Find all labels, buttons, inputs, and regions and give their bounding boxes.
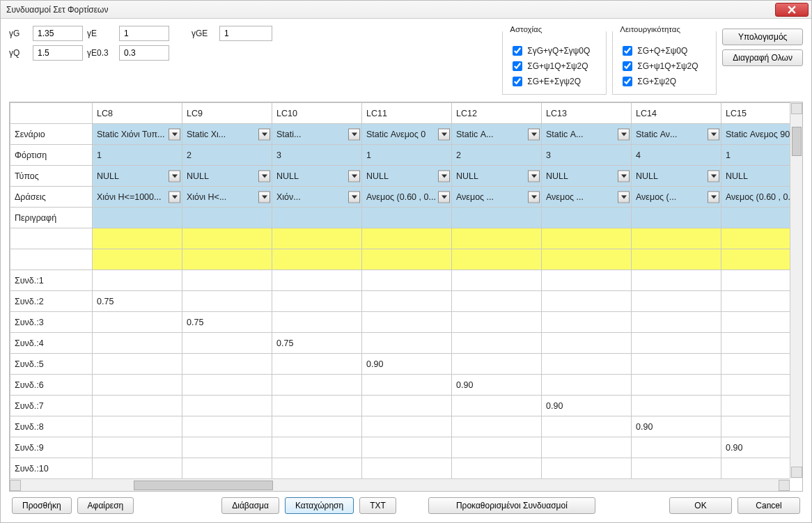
chk-failure-2[interactable] bbox=[513, 61, 522, 71]
comb-8-3[interactable] bbox=[362, 416, 452, 437]
comb-10-7[interactable] bbox=[721, 458, 790, 479]
comb-5-4[interactable] bbox=[452, 354, 542, 375]
yellow-0-7[interactable] bbox=[721, 228, 790, 249]
comb-9-1[interactable] bbox=[182, 437, 272, 458]
comb-5-6[interactable] bbox=[632, 354, 721, 375]
comb-8-0[interactable] bbox=[93, 416, 182, 437]
comb-9-6[interactable] bbox=[632, 437, 721, 458]
type-4[interactable]: NULL bbox=[452, 166, 542, 187]
comb-3-1[interactable]: 0.75 bbox=[182, 312, 272, 333]
chk-service-3[interactable] bbox=[623, 77, 632, 86]
comb-10-3[interactable] bbox=[362, 458, 452, 479]
loading-2[interactable]: 3 bbox=[272, 145, 362, 166]
col-LC8[interactable]: LC8 bbox=[93, 103, 182, 124]
comb-2-4[interactable] bbox=[452, 291, 542, 312]
comb-2-2[interactable] bbox=[272, 291, 362, 312]
add-button[interactable]: Προσθήκη bbox=[12, 497, 72, 514]
desc-5[interactable] bbox=[542, 208, 632, 228]
col-LC13[interactable]: LC13 bbox=[542, 103, 632, 124]
chevron-down-icon[interactable] bbox=[618, 170, 630, 182]
yellow-1-3[interactable] bbox=[362, 249, 452, 270]
comb-10-6[interactable] bbox=[632, 458, 721, 479]
comb-8-6[interactable]: 0.90 bbox=[632, 416, 721, 437]
comb-7-2[interactable] bbox=[272, 396, 362, 416]
comb-6-0[interactable] bbox=[93, 375, 182, 396]
comb-6-7[interactable] bbox=[721, 375, 790, 396]
scroll-left-icon[interactable] bbox=[10, 480, 21, 491]
comb-3-2[interactable] bbox=[272, 312, 362, 333]
chevron-down-icon[interactable] bbox=[169, 128, 180, 140]
comb-3-7[interactable] bbox=[721, 312, 790, 333]
comb-6-3[interactable] bbox=[362, 375, 452, 396]
comb-5-5[interactable] bbox=[542, 354, 632, 375]
comb-8-1[interactable] bbox=[182, 416, 272, 437]
comb-6-4[interactable]: 0.90 bbox=[452, 375, 542, 396]
chevron-down-icon[interactable] bbox=[348, 170, 360, 182]
chevron-down-icon[interactable] bbox=[348, 128, 360, 140]
comb-1-0[interactable] bbox=[93, 270, 182, 291]
comb-9-2[interactable] bbox=[272, 437, 362, 458]
comb-4-3[interactable] bbox=[362, 333, 452, 354]
chevron-down-icon[interactable] bbox=[438, 128, 450, 140]
comb-2-7[interactable] bbox=[721, 291, 790, 312]
comb-2-1[interactable] bbox=[182, 291, 272, 312]
register-button[interactable]: Καταχώρηση bbox=[285, 497, 354, 514]
type-5[interactable]: NULL bbox=[542, 166, 632, 187]
scroll-thumb-h[interactable] bbox=[134, 481, 273, 490]
comb-9-3[interactable] bbox=[362, 437, 452, 458]
input-gG[interactable] bbox=[33, 26, 83, 41]
comb-1-7[interactable] bbox=[721, 270, 790, 291]
chevron-down-icon[interactable] bbox=[528, 170, 540, 182]
scroll-thumb-v[interactable] bbox=[792, 127, 802, 156]
comb-6-5[interactable] bbox=[542, 375, 632, 396]
scroll-down-icon[interactable] bbox=[791, 467, 802, 478]
comb-8-5[interactable] bbox=[542, 416, 632, 437]
col-LC15[interactable]: LC15 bbox=[721, 103, 790, 124]
comb-4-5[interactable] bbox=[542, 333, 632, 354]
desc-3[interactable] bbox=[362, 208, 452, 228]
type-1[interactable]: NULL bbox=[182, 166, 272, 187]
ok-button[interactable]: OK bbox=[669, 497, 732, 514]
yellow-0-0[interactable] bbox=[93, 228, 182, 249]
type-2[interactable]: NULL bbox=[272, 166, 362, 187]
chk-failure-1[interactable] bbox=[513, 46, 522, 56]
input-gQ[interactable] bbox=[33, 45, 83, 61]
comb-1-4[interactable] bbox=[452, 270, 542, 291]
chevron-down-icon[interactable] bbox=[258, 191, 270, 203]
comb-4-2[interactable]: 0.75 bbox=[272, 333, 362, 354]
actions-6[interactable]: Ανεμος (... bbox=[632, 187, 721, 208]
type-6[interactable]: NULL bbox=[632, 166, 721, 187]
comb-5-0[interactable] bbox=[93, 354, 182, 375]
comb-1-6[interactable] bbox=[632, 270, 721, 291]
chk-service-2[interactable] bbox=[623, 61, 632, 71]
scenario-6[interactable]: Static Αν... bbox=[632, 124, 721, 145]
yellow-0-2[interactable] bbox=[272, 228, 362, 249]
comb-4-6[interactable] bbox=[632, 333, 721, 354]
yellow-0-6[interactable] bbox=[632, 228, 721, 249]
yellow-1-0[interactable] bbox=[93, 249, 182, 270]
comb-1-2[interactable] bbox=[272, 270, 362, 291]
comb-4-0[interactable] bbox=[93, 333, 182, 354]
chevron-down-icon[interactable] bbox=[528, 191, 540, 203]
remove-button[interactable]: Αφαίρεση bbox=[77, 497, 134, 514]
actions-1[interactable]: Χιόνι H<... bbox=[182, 187, 272, 208]
input-gE03[interactable] bbox=[119, 45, 169, 61]
yellow-1-1[interactable] bbox=[182, 249, 272, 270]
yellow-1-7[interactable] bbox=[721, 249, 790, 270]
desc-7[interactable] bbox=[721, 208, 790, 228]
chevron-down-icon[interactable] bbox=[618, 191, 630, 203]
loading-7[interactable]: 1 bbox=[721, 145, 790, 166]
yellow-1-6[interactable] bbox=[632, 249, 721, 270]
loading-6[interactable]: 4 bbox=[632, 145, 721, 166]
chevron-down-icon[interactable] bbox=[438, 191, 450, 203]
col-LC11[interactable]: LC11 bbox=[362, 103, 452, 124]
comb-4-7[interactable] bbox=[721, 333, 790, 354]
scenario-4[interactable]: Static Α... bbox=[452, 124, 542, 145]
comb-3-3[interactable] bbox=[362, 312, 452, 333]
col-LC12[interactable]: LC12 bbox=[452, 103, 542, 124]
comb-9-0[interactable] bbox=[93, 437, 182, 458]
scenario-2[interactable]: Stati... bbox=[272, 124, 362, 145]
chevron-down-icon[interactable] bbox=[438, 170, 450, 182]
chevron-down-icon[interactable] bbox=[618, 128, 630, 140]
comb-6-6[interactable] bbox=[632, 375, 721, 396]
